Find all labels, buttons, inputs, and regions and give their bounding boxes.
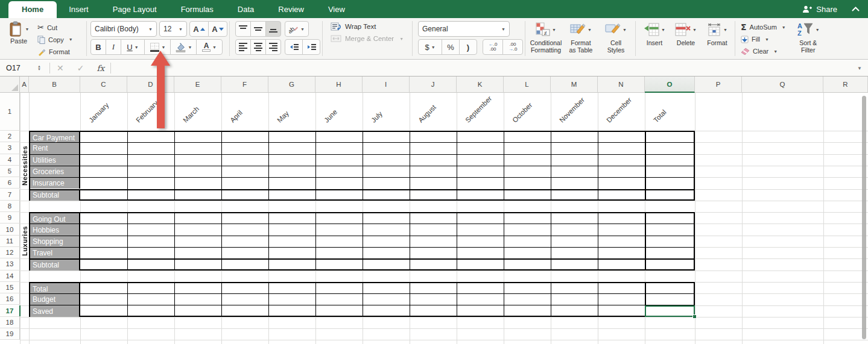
increase-indent-button[interactable]	[302, 39, 320, 55]
align-middle-button[interactable]	[250, 21, 266, 37]
column-header-r[interactable]: R	[823, 77, 868, 93]
number-format-select[interactable]: General▼	[418, 21, 510, 37]
vertical-scrollbar[interactable]	[862, 96, 866, 339]
row-label-cell[interactable]: Utilities	[30, 154, 80, 166]
month-header-label[interactable]: August	[416, 102, 439, 125]
wrap-text-button[interactable]: Wrap Text	[331, 22, 408, 31]
collapse-ribbon-button[interactable]	[852, 7, 860, 11]
sort-filter-dropdown-arrow[interactable]: ▼	[816, 28, 820, 32]
row-label-cell[interactable]: Budget	[30, 293, 80, 305]
font-family-select[interactable]: Calibri (Body)▼	[90, 21, 157, 37]
fill-button[interactable]: Fill ▼	[741, 34, 786, 45]
align-center-button[interactable]	[250, 39, 266, 55]
tab-home[interactable]: Home	[8, 1, 57, 18]
column-header-p[interactable]: P	[695, 77, 742, 93]
font-color-dropdown-arrow[interactable]: ▼	[212, 45, 217, 49]
increase-font-size-button[interactable]: A	[189, 21, 209, 37]
share-button[interactable]: Share	[802, 5, 837, 14]
row-label-cell[interactable]: Subtotal	[30, 258, 80, 270]
decrease-indent-button[interactable]	[285, 39, 303, 55]
cut-button[interactable]: ✂ Cut	[37, 22, 73, 33]
row-header-3[interactable]: 3	[0, 142, 20, 154]
format-cells-button[interactable]: ▼ Format	[702, 21, 733, 46]
cell-styles-dropdown-arrow[interactable]: ▼	[622, 28, 627, 32]
comma-format-button[interactable]: )	[459, 39, 477, 55]
row-header-1[interactable]: 1	[0, 93, 20, 131]
insert-cells-dropdown-arrow[interactable]: ▼	[661, 28, 665, 32]
month-header-label[interactable]: December	[604, 95, 634, 125]
font-color-button[interactable]: A ▼	[196, 39, 223, 55]
row-header-4[interactable]: 4	[0, 154, 20, 166]
increase-decimal-button[interactable]: ←.0 .00	[483, 39, 503, 55]
month-header-label[interactable]: February	[134, 98, 160, 125]
merge-center-dropdown-arrow[interactable]: ▼	[399, 37, 404, 41]
row-header-12[interactable]: 12	[0, 247, 20, 258]
fill-handle[interactable]	[692, 314, 697, 319]
row-header-15[interactable]: 15	[0, 282, 20, 293]
paste-dropdown-arrow[interactable]: ▼	[25, 27, 30, 31]
conditional-formatting-button[interactable]: ≠ ▼ ConditionalFormatting	[528, 21, 563, 54]
column-header-i[interactable]: I	[363, 77, 410, 93]
bold-button[interactable]: B	[90, 39, 106, 55]
row-header-2[interactable]: 2	[0, 131, 20, 142]
fill-color-dropdown-arrow[interactable]: ▼	[188, 45, 192, 49]
month-header-label[interactable]: October	[510, 101, 534, 125]
currency-format-button[interactable]: $▼	[418, 39, 442, 55]
format-as-table-dropdown-arrow[interactable]: ▼	[588, 28, 592, 32]
month-header-label[interactable]: March	[181, 104, 201, 125]
row-header-13[interactable]: 13	[0, 258, 20, 270]
tab-insert[interactable]: Insert	[57, 1, 101, 18]
row-header-8[interactable]: 8	[0, 201, 20, 212]
month-header-label[interactable]: January	[87, 101, 111, 125]
format-as-table-button[interactable]: ▼ Formatas Table	[563, 21, 598, 54]
column-header-l[interactable]: L	[504, 77, 551, 93]
month-header-label[interactable]: April	[228, 108, 245, 125]
confirm-entry-button[interactable]: ✓	[71, 63, 91, 73]
name-box-stepper[interactable]: ▲▼	[37, 65, 41, 71]
cancel-entry-button[interactable]: ✕	[50, 63, 71, 73]
column-header-a[interactable]: A	[20, 77, 29, 93]
insert-cells-button[interactable]: ▼ Insert	[639, 21, 670, 46]
row-label-cell[interactable]: Hobbies	[30, 224, 80, 235]
row-header-9[interactable]: 9	[0, 212, 20, 224]
formula-input[interactable]	[111, 60, 857, 76]
merge-center-button[interactable]: Merge & Center ▼	[331, 35, 408, 42]
column-header-e[interactable]: E	[174, 77, 221, 93]
delete-cells-dropdown-arrow[interactable]: ▼	[692, 28, 697, 32]
format-cells-dropdown-arrow[interactable]: ▼	[723, 28, 727, 32]
underline-button[interactable]: U▼	[121, 39, 145, 55]
row-header-11[interactable]: 11	[0, 236, 20, 247]
month-header-label[interactable]: September	[463, 94, 494, 125]
borders-dropdown-arrow[interactable]: ▼	[162, 45, 166, 49]
row-label-cell[interactable]: Subtotal	[30, 189, 80, 201]
orientation-dropdown-arrow[interactable]: ▼	[300, 27, 305, 31]
column-header-f[interactable]: F	[221, 77, 268, 93]
tab-formulas[interactable]: Formulas	[169, 1, 226, 18]
percent-format-button[interactable]: %	[442, 39, 460, 55]
tab-page-layout[interactable]: Page Layout	[101, 1, 169, 18]
format-painter-button[interactable]: Format	[37, 46, 73, 57]
align-bottom-button[interactable]	[265, 21, 281, 37]
month-header-label[interactable]: Total	[651, 108, 668, 125]
decrease-font-size-button[interactable]: A	[208, 21, 227, 37]
row-header-5[interactable]: 5	[0, 166, 20, 177]
row-header-10[interactable]: 10	[0, 224, 20, 235]
align-top-button[interactable]	[235, 21, 251, 37]
tab-view[interactable]: View	[316, 1, 357, 18]
tab-review[interactable]: Review	[266, 1, 316, 18]
row-header-14[interactable]: 14	[0, 271, 20, 282]
month-header-label[interactable]: November	[557, 95, 587, 125]
row-label-cell[interactable]: Travel	[30, 247, 80, 258]
column-header-k[interactable]: K	[457, 77, 504, 93]
column-header-g[interactable]: G	[268, 77, 315, 93]
month-header-label[interactable]: May	[275, 108, 291, 125]
column-header-j[interactable]: J	[410, 77, 457, 93]
copy-button[interactable]: Copy ▼	[37, 34, 73, 45]
sort-filter-button[interactable]: AZ ▼ Sort &Filter	[791, 21, 826, 54]
row-label-cell[interactable]: Rent	[30, 142, 80, 154]
italic-button[interactable]: I	[106, 39, 121, 55]
copy-dropdown-arrow[interactable]: ▼	[69, 37, 73, 42]
fill-color-button[interactable]: ▼	[170, 39, 197, 55]
column-header-d[interactable]: D	[127, 77, 174, 93]
column-header-b[interactable]: B	[29, 77, 80, 93]
